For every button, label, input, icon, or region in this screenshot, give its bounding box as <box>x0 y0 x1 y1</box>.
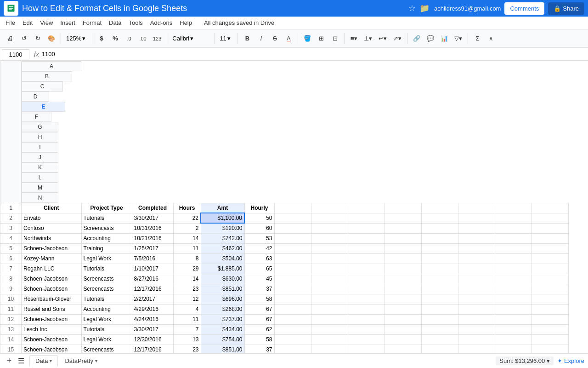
cell-n7[interactable] <box>531 264 568 274</box>
link-button[interactable]: 🔗 <box>410 32 423 45</box>
cell-h6[interactable] <box>311 253 348 264</box>
header-completed[interactable]: Completed <box>132 203 173 213</box>
cell-a3[interactable]: Contoso <box>22 223 82 233</box>
header-j[interactable] <box>384 203 421 213</box>
cell-j13[interactable] <box>384 324 421 334</box>
cell-i3[interactable] <box>348 223 384 233</box>
cell-n8[interactable] <box>531 274 568 284</box>
cell-k7[interactable] <box>421 264 458 274</box>
menu-tools[interactable]: Tools <box>125 17 146 28</box>
user-email[interactable]: achildress91@gmail.com <box>434 5 501 12</box>
cell-n2[interactable] <box>531 213 568 223</box>
cell-d11[interactable]: 4 <box>173 304 201 314</box>
cell-d13[interactable]: 7 <box>173 324 201 334</box>
cell-m5[interactable] <box>495 243 531 253</box>
cell-m14[interactable] <box>495 334 531 345</box>
cell-h15[interactable] <box>311 345 348 353</box>
cell-g7[interactable] <box>274 264 311 274</box>
menu-addons[interactable]: Add-ons <box>147 17 176 28</box>
cell-h11[interactable] <box>311 304 348 314</box>
header-k[interactable] <box>421 203 458 213</box>
row-num-8[interactable]: 8 <box>0 274 22 284</box>
sum-dropdown-icon[interactable]: ▾ <box>547 357 550 364</box>
cell-j12[interactable] <box>384 314 421 324</box>
cell-n10[interactable] <box>531 294 568 304</box>
cell-g3[interactable] <box>274 223 311 233</box>
cell-m13[interactable] <box>495 324 531 334</box>
cell-i9[interactable] <box>348 284 384 294</box>
sheet-tab-datapretty[interactable]: DataPretty ▾ <box>59 355 103 367</box>
cell-h13[interactable] <box>311 324 348 334</box>
cell-j8[interactable] <box>384 274 421 284</box>
cell-e14[interactable]: $754.00 <box>201 334 244 345</box>
cell-f7[interactable]: 65 <box>244 264 274 274</box>
cell-i8[interactable] <box>348 274 384 284</box>
cell-e15[interactable]: $851.00 <box>201 345 244 353</box>
star-icon[interactable]: ☆ <box>408 3 416 13</box>
row-num-12[interactable]: 12 <box>0 314 22 324</box>
cell-h4[interactable] <box>311 233 348 243</box>
row-num-11[interactable]: 11 <box>0 304 22 314</box>
cell-c11[interactable]: 4/29/2016 <box>132 304 173 314</box>
cell-b13[interactable]: Tutorials <box>81 324 132 334</box>
cell-m15[interactable] <box>495 345 531 353</box>
share-button[interactable]: 🔒 Share <box>548 2 584 15</box>
col-header-I[interactable]: I <box>22 142 58 152</box>
cell-b10[interactable]: Tutorials <box>81 294 132 304</box>
cell-a4[interactable]: Northwinds <box>22 233 82 243</box>
cell-k5[interactable] <box>421 243 458 253</box>
cell-n9[interactable] <box>531 284 568 294</box>
cell-b7[interactable]: Tutorials <box>81 264 132 274</box>
cell-k4[interactable] <box>421 233 458 243</box>
cell-g4[interactable] <box>274 233 311 243</box>
cell-j4[interactable] <box>384 233 421 243</box>
col-header-C[interactable]: C <box>22 81 63 92</box>
cell-b11[interactable]: Accounting <box>81 304 132 314</box>
cell-i10[interactable] <box>348 294 384 304</box>
document-title[interactable]: How to Edit & Format Cells in Google She… <box>22 4 408 13</box>
col-header-E[interactable]: E <box>22 102 65 112</box>
cell-d10[interactable]: 12 <box>173 294 201 304</box>
cell-a2[interactable]: Envato <box>22 213 82 223</box>
cell-l5[interactable] <box>458 243 495 253</box>
cell-k3[interactable] <box>421 223 458 233</box>
grid-container[interactable]: A B C D E F G H I J K L M N 1 <box>0 61 588 353</box>
cell-b15[interactable]: Screencasts <box>81 345 132 353</box>
header-amt[interactable]: Amt <box>201 203 244 213</box>
cell-n13[interactable] <box>531 324 568 334</box>
cell-b5[interactable]: Training <box>81 243 132 253</box>
cell-e6[interactable]: $504.00 <box>201 253 244 264</box>
add-sheet-button[interactable]: + <box>4 356 15 367</box>
cell-e13[interactable]: $434.00 <box>201 324 244 334</box>
cell-f8[interactable]: 45 <box>244 274 274 284</box>
col-header-D[interactable]: D <box>22 92 49 102</box>
cell-d14[interactable]: 13 <box>173 334 201 345</box>
row-num-3[interactable]: 3 <box>0 223 22 233</box>
cell-h5[interactable] <box>311 243 348 253</box>
cell-b8[interactable]: Screencasts <box>81 274 132 284</box>
header-client[interactable]: Client <box>22 203 82 213</box>
row-num-5[interactable]: 5 <box>0 243 22 253</box>
zoom-selector[interactable]: 125% ▾ <box>64 32 89 45</box>
cell-i7[interactable] <box>348 264 384 274</box>
cell-a11[interactable]: Russel and Sons <box>22 304 82 314</box>
cell-f4[interactable]: 53 <box>244 233 274 243</box>
redo-button[interactable]: ↻ <box>31 32 44 45</box>
row-num-13[interactable]: 13 <box>0 324 22 334</box>
row-num-10[interactable]: 10 <box>0 294 22 304</box>
header-l[interactable] <box>458 203 495 213</box>
cell-l6[interactable] <box>458 253 495 264</box>
cell-k10[interactable] <box>421 294 458 304</box>
cell-j2[interactable] <box>384 213 421 223</box>
cell-g12[interactable] <box>274 314 311 324</box>
cell-i2[interactable] <box>348 213 384 223</box>
collapse-button[interactable]: ∧ <box>485 32 498 45</box>
cell-i13[interactable] <box>348 324 384 334</box>
cell-g15[interactable] <box>274 345 311 353</box>
header-g[interactable] <box>274 203 311 213</box>
cell-d2[interactable]: 22 <box>173 213 201 223</box>
row-num-4[interactable]: 4 <box>0 233 22 243</box>
cell-e3[interactable]: $120.00 <box>201 223 244 233</box>
cell-f2[interactable]: 50 <box>244 213 274 223</box>
cell-e9[interactable]: $851.00 <box>201 284 244 294</box>
